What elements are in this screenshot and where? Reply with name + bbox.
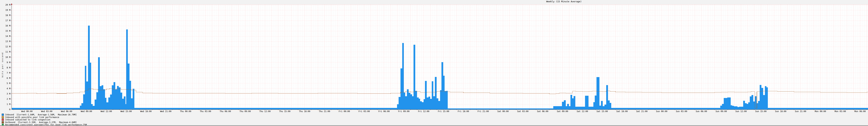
svg-text:Mon 03:00: Mon 03:00 <box>835 110 846 112</box>
svg-text:0: 0 <box>9 108 10 111</box>
inbound-poor-swatch-icon <box>2 116 4 118</box>
svg-text:Sun 12:00: Sun 12:00 <box>735 110 747 112</box>
svg-text:1 M: 1 M <box>7 103 10 105</box>
svg-text:Wed 12:00: Wed 12:00 <box>101 110 112 112</box>
svg-text:Thu 09:00: Thu 09:00 <box>239 110 251 112</box>
svg-text:Thu 21:00: Thu 21:00 <box>319 110 330 112</box>
svg-text:Sun 15:00: Sun 15:00 <box>755 110 767 112</box>
bandwidth-graph-window: 01 M2 M3 M4 M5 M6 M7 M8 M9 M10 M11 M12 M… <box>0 0 868 126</box>
svg-text:7 M: 7 M <box>7 72 10 74</box>
svg-text:Thu 00:00: Thu 00:00 <box>180 110 191 112</box>
svg-text:Sat 18:00: Sat 18:00 <box>616 110 628 112</box>
svg-text:Fri 09:00: Fri 09:00 <box>398 110 409 112</box>
svg-text:17 M: 17 M <box>5 19 10 22</box>
svg-text:Thu 03:00: Thu 03:00 <box>200 110 211 112</box>
outbound-swatch-icon <box>2 121 4 123</box>
svg-text:Sat 21:00: Sat 21:00 <box>636 110 648 112</box>
svg-text:Wed 03:00: Wed 03:00 <box>41 110 53 112</box>
svg-text:10 M: 10 M <box>5 56 10 58</box>
legend-outbound: Outbound [Current-3.35M, Average-3.27M, … <box>2 121 77 123</box>
inbound-swatch-icon <box>2 114 4 116</box>
svg-text:Wed 09:00: Wed 09:00 <box>81 110 92 112</box>
window-edge <box>0 125 868 126</box>
svg-text:19 M: 19 M <box>5 9 10 11</box>
svg-text:Sun 21:00: Sun 21:00 <box>795 110 806 112</box>
svg-text:Mon 06:00: Mon 06:00 <box>855 110 866 112</box>
svg-text:Thu 15:00: Thu 15:00 <box>279 110 290 112</box>
svg-text:Fri 06:00: Fri 06:00 <box>378 110 390 112</box>
svg-text:Wed 06:00: Wed 06:00 <box>61 110 72 112</box>
svg-text:5 M: 5 M <box>7 82 10 84</box>
svg-text:Sun 06:00: Sun 06:00 <box>696 110 707 112</box>
svg-text:8 M: 8 M <box>7 67 10 69</box>
legend-label: Inbound subjected to link congestion <box>5 119 50 121</box>
legend-label: Inbound [Current-1.84M, Average-1.56M, M… <box>5 114 77 116</box>
svg-text:Sat 12:00: Sat 12:00 <box>577 110 588 112</box>
svg-text:Wed 15:00: Wed 15:00 <box>121 110 132 112</box>
svg-text:14 M: 14 M <box>5 35 10 37</box>
svg-text:Sat 06:00: Sat 06:00 <box>537 110 548 112</box>
svg-text:2 M: 2 M <box>7 98 10 100</box>
svg-text:16 M: 16 M <box>5 25 10 27</box>
legend-inbound: Inbound [Current-1.84M, Average-1.56M, M… <box>2 114 77 116</box>
svg-text:Wed 00:00: Wed 00:00 <box>21 110 32 112</box>
svg-text:13 M: 13 M <box>5 40 10 43</box>
svg-text:Thu 12:00: Thu 12:00 <box>259 110 271 112</box>
svg-text:Thu 18:00: Thu 18:00 <box>299 110 310 112</box>
inbound-congestion-swatch-icon <box>2 119 4 121</box>
svg-text:Fri 00:00: Fri 00:00 <box>339 110 350 112</box>
svg-text:9 M: 9 M <box>7 61 10 64</box>
legend-inbound-poor: Inbound with possible poor link performa… <box>2 116 59 118</box>
svg-text:Fri 15:00: Fri 15:00 <box>438 110 449 112</box>
svg-text:Fri 12:00: Fri 12:00 <box>418 110 429 112</box>
legend-inbound-congestion: Inbound subjected to link congestion <box>2 119 50 121</box>
svg-text:Wed 18:00: Wed 18:00 <box>140 110 152 112</box>
svg-text:Fri 03:00: Fri 03:00 <box>359 110 370 112</box>
legend-label: Outbound [Current-3.35M, Average-3.27M, … <box>5 121 77 123</box>
svg-text:Sun 03:00: Sun 03:00 <box>676 110 687 112</box>
svg-text:Wed 21:00: Wed 21:00 <box>160 110 172 112</box>
svg-text:Sat 03:00: Sat 03:00 <box>517 110 528 112</box>
svg-text:Thu 06:00: Thu 06:00 <box>220 110 231 112</box>
graph-title: Weekly (15 Minute Average) <box>0 0 868 3</box>
svg-text:Sat 15:00: Sat 15:00 <box>596 110 608 112</box>
svg-text:12 M: 12 M <box>5 45 10 48</box>
legend-label: Inbound with possible poor link performa… <box>5 116 59 118</box>
svg-text:Mon 00:00: Mon 00:00 <box>815 110 826 112</box>
svg-text:20 M: 20 M <box>5 4 10 6</box>
svg-text:11 M: 11 M <box>5 51 10 53</box>
svg-text:Fri 18:00: Fri 18:00 <box>458 110 469 112</box>
svg-text:Sun 09:00: Sun 09:00 <box>716 110 727 112</box>
svg-text:Sat 09:00: Sat 09:00 <box>557 110 568 112</box>
svg-text:15 M: 15 M <box>5 30 10 32</box>
svg-text:Sat 00:00: Sat 00:00 <box>497 110 509 112</box>
svg-text:Sun 00:00: Sun 00:00 <box>656 110 667 112</box>
svg-text:3 M: 3 M <box>7 93 10 95</box>
svg-text:Sun 18:00: Sun 18:00 <box>775 110 786 112</box>
svg-text:6 M: 6 M <box>7 77 10 79</box>
y-axis-label: bits per second <box>1 52 4 77</box>
svg-text:4 M: 4 M <box>7 87 10 90</box>
svg-text:18 M: 18 M <box>5 14 10 17</box>
svg-text:Fri 21:00: Fri 21:00 <box>477 110 489 112</box>
bandwidth-chart: 01 M2 M3 M4 M5 M6 M7 M8 M9 M10 M11 M12 M… <box>0 0 868 126</box>
